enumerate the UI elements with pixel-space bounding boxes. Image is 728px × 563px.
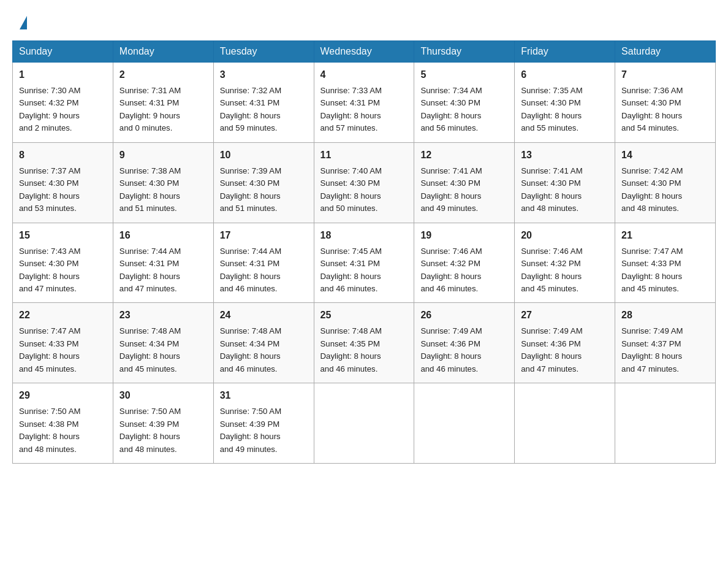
day-number: 15: [19, 228, 107, 243]
calendar-day-cell: 3 Sunrise: 7:32 AMSunset: 4:31 PMDayligh…: [213, 63, 314, 143]
day-info: Sunrise: 7:45 AMSunset: 4:31 PMDaylight:…: [320, 245, 408, 296]
day-info: Sunrise: 7:48 AMSunset: 4:34 PMDaylight:…: [119, 325, 207, 375]
day-of-week-header: Thursday: [414, 41, 515, 63]
calendar-day-cell: 19 Sunrise: 7:46 AMSunset: 4:32 PMDaylig…: [414, 223, 515, 303]
day-number: 25: [320, 308, 408, 323]
day-info: Sunrise: 7:48 AMSunset: 4:35 PMDaylight:…: [320, 325, 408, 375]
day-info: Sunrise: 7:49 AMSunset: 4:36 PMDaylight:…: [521, 325, 609, 375]
day-number: 18: [320, 228, 408, 243]
calendar-day-cell: 6 Sunrise: 7:35 AMSunset: 4:30 PMDayligh…: [515, 63, 615, 143]
logo: [18, 15, 27, 28]
empty-cell: [515, 383, 615, 464]
day-info: Sunrise: 7:50 AMSunset: 4:39 PMDaylight:…: [119, 405, 207, 456]
day-info: Sunrise: 7:50 AMSunset: 4:39 PMDaylight:…: [220, 405, 308, 456]
day-info: Sunrise: 7:39 AMSunset: 4:30 PMDaylight:…: [220, 165, 308, 215]
calendar-day-cell: 27 Sunrise: 7:49 AMSunset: 4:36 PMDaylig…: [515, 303, 615, 383]
day-of-week-header: Monday: [113, 41, 213, 63]
day-number: 2: [119, 67, 207, 82]
calendar-day-cell: 8 Sunrise: 7:37 AMSunset: 4:30 PMDayligh…: [13, 142, 113, 223]
day-number: 24: [220, 308, 308, 323]
day-number: 20: [521, 228, 609, 243]
day-number: 1: [19, 67, 107, 82]
day-info: Sunrise: 7:42 AMSunset: 4:30 PMDaylight:…: [621, 165, 709, 215]
day-number: 9: [119, 148, 207, 163]
day-number: 7: [621, 67, 709, 82]
empty-cell: [615, 383, 716, 464]
week-row: 1 Sunrise: 7:30 AMSunset: 4:32 PMDayligh…: [13, 63, 716, 143]
day-number: 5: [420, 67, 508, 82]
day-info: Sunrise: 7:47 AMSunset: 4:33 PMDaylight:…: [19, 325, 107, 375]
logo-triangle-icon: [20, 16, 27, 29]
calendar-table: SundayMondayTuesdayWednesdayThursdayFrid…: [12, 40, 716, 464]
calendar-day-cell: 9 Sunrise: 7:38 AMSunset: 4:30 PMDayligh…: [113, 142, 213, 223]
day-of-week-header: Tuesday: [213, 41, 314, 63]
day-number: 3: [220, 67, 308, 82]
day-of-week-header: Friday: [515, 41, 615, 63]
calendar-day-cell: 22 Sunrise: 7:47 AMSunset: 4:33 PMDaylig…: [13, 303, 113, 383]
day-number: 10: [220, 148, 308, 163]
day-number: 27: [521, 308, 609, 323]
day-number: 29: [19, 388, 107, 403]
calendar-day-cell: 11 Sunrise: 7:40 AMSunset: 4:30 PMDaylig…: [314, 142, 414, 223]
calendar-day-cell: 31 Sunrise: 7:50 AMSunset: 4:39 PMDaylig…: [213, 383, 314, 464]
calendar-day-cell: 4 Sunrise: 7:33 AMSunset: 4:31 PMDayligh…: [314, 63, 414, 143]
day-info: Sunrise: 7:44 AMSunset: 4:31 PMDaylight:…: [220, 245, 308, 296]
empty-cell: [414, 383, 515, 464]
day-info: Sunrise: 7:31 AMSunset: 4:31 PMDaylight:…: [119, 85, 207, 135]
day-number: 12: [420, 148, 508, 163]
day-info: Sunrise: 7:40 AMSunset: 4:30 PMDaylight:…: [320, 165, 408, 215]
week-row: 8 Sunrise: 7:37 AMSunset: 4:30 PMDayligh…: [13, 142, 716, 223]
calendar-day-cell: 14 Sunrise: 7:42 AMSunset: 4:30 PMDaylig…: [615, 142, 716, 223]
day-info: Sunrise: 7:35 AMSunset: 4:30 PMDaylight:…: [521, 85, 609, 135]
day-info: Sunrise: 7:34 AMSunset: 4:30 PMDaylight:…: [420, 85, 508, 135]
day-number: 16: [119, 228, 207, 243]
calendar-day-cell: 29 Sunrise: 7:50 AMSunset: 4:38 PMDaylig…: [13, 383, 113, 464]
calendar-day-cell: 24 Sunrise: 7:48 AMSunset: 4:34 PMDaylig…: [213, 303, 314, 383]
calendar-day-cell: 25 Sunrise: 7:48 AMSunset: 4:35 PMDaylig…: [314, 303, 414, 383]
day-number: 4: [320, 67, 408, 82]
empty-cell: [314, 383, 414, 464]
day-of-week-header: Sunday: [13, 41, 113, 63]
calendar-day-cell: 5 Sunrise: 7:34 AMSunset: 4:30 PMDayligh…: [414, 63, 515, 143]
week-row: 22 Sunrise: 7:47 AMSunset: 4:33 PMDaylig…: [13, 303, 716, 383]
day-number: 31: [220, 388, 308, 403]
week-row: 29 Sunrise: 7:50 AMSunset: 4:38 PMDaylig…: [13, 383, 716, 464]
day-number: 22: [19, 308, 107, 323]
calendar-day-cell: 18 Sunrise: 7:45 AMSunset: 4:31 PMDaylig…: [314, 223, 414, 303]
calendar-day-cell: 10 Sunrise: 7:39 AMSunset: 4:30 PMDaylig…: [213, 142, 314, 223]
calendar-day-cell: 7 Sunrise: 7:36 AMSunset: 4:30 PMDayligh…: [615, 63, 716, 143]
day-info: Sunrise: 7:49 AMSunset: 4:36 PMDaylight:…: [420, 325, 508, 375]
day-info: Sunrise: 7:49 AMSunset: 4:37 PMDaylight:…: [621, 325, 709, 375]
calendar-day-cell: 21 Sunrise: 7:47 AMSunset: 4:33 PMDaylig…: [615, 223, 716, 303]
calendar-day-cell: 23 Sunrise: 7:48 AMSunset: 4:34 PMDaylig…: [113, 303, 213, 383]
day-info: Sunrise: 7:41 AMSunset: 4:30 PMDaylight:…: [420, 165, 508, 215]
day-info: Sunrise: 7:32 AMSunset: 4:31 PMDaylight:…: [220, 85, 308, 135]
day-info: Sunrise: 7:37 AMSunset: 4:30 PMDaylight:…: [19, 165, 107, 215]
calendar-day-cell: 16 Sunrise: 7:44 AMSunset: 4:31 PMDaylig…: [113, 223, 213, 303]
day-of-week-header: Wednesday: [314, 41, 414, 63]
calendar-day-cell: 26 Sunrise: 7:49 AMSunset: 4:36 PMDaylig…: [414, 303, 515, 383]
calendar-day-cell: 20 Sunrise: 7:46 AMSunset: 4:32 PMDaylig…: [515, 223, 615, 303]
day-number: 23: [119, 308, 207, 323]
day-info: Sunrise: 7:41 AMSunset: 4:30 PMDaylight:…: [521, 165, 609, 215]
calendar-day-cell: 12 Sunrise: 7:41 AMSunset: 4:30 PMDaylig…: [414, 142, 515, 223]
day-info: Sunrise: 7:36 AMSunset: 4:30 PMDaylight:…: [621, 85, 709, 135]
calendar-day-cell: 15 Sunrise: 7:43 AMSunset: 4:30 PMDaylig…: [13, 223, 113, 303]
day-number: 21: [621, 228, 709, 243]
calendar-day-cell: 2 Sunrise: 7:31 AMSunset: 4:31 PMDayligh…: [113, 63, 213, 143]
day-number: 6: [521, 67, 609, 82]
day-number: 19: [420, 228, 508, 243]
day-info: Sunrise: 7:38 AMSunset: 4:30 PMDaylight:…: [119, 165, 207, 215]
day-number: 14: [621, 148, 709, 163]
calendar-day-cell: 30 Sunrise: 7:50 AMSunset: 4:39 PMDaylig…: [113, 383, 213, 464]
day-number: 11: [320, 148, 408, 163]
day-number: 28: [621, 308, 709, 323]
day-info: Sunrise: 7:46 AMSunset: 4:32 PMDaylight:…: [420, 245, 508, 296]
day-info: Sunrise: 7:47 AMSunset: 4:33 PMDaylight:…: [621, 245, 709, 296]
calendar-day-cell: 17 Sunrise: 7:44 AMSunset: 4:31 PMDaylig…: [213, 223, 314, 303]
day-info: Sunrise: 7:50 AMSunset: 4:38 PMDaylight:…: [19, 405, 107, 456]
day-info: Sunrise: 7:46 AMSunset: 4:32 PMDaylight:…: [521, 245, 609, 296]
week-row: 15 Sunrise: 7:43 AMSunset: 4:30 PMDaylig…: [13, 223, 716, 303]
day-of-week-header: Saturday: [615, 41, 716, 63]
day-number: 30: [119, 388, 207, 403]
